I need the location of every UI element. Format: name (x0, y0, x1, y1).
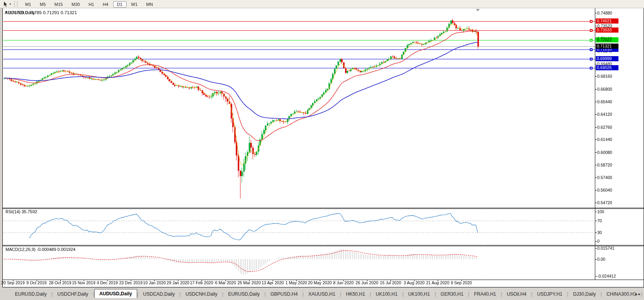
chart-canvas[interactable] (0, 0, 644, 300)
tab-scroll-right-icon[interactable]: ▸ (638, 292, 642, 296)
timeframe-buttons: M1M5M15M30H1H4D1W1MN (21, 0, 157, 7)
chart-tab-gbpusd-h4[interactable]: GBPUSD,H4 (266, 290, 302, 298)
chart-tab-usdcad-daily[interactable]: USDCAD,Daily (138, 290, 180, 298)
chart-tab-usdchf-daily[interactable]: USDCHF,Daily (53, 290, 93, 298)
chart-tab-usoil-h1[interactable]: USOil,H1 (642, 290, 644, 298)
chart-tab-fra40-h1[interactable]: FRA40,H1 (469, 290, 501, 298)
trading-app-window: ▾ M1M5M15M30H1H4D1W1MN ▼ AUDUSD,Daily 0.… (0, 0, 644, 300)
chart-tab-usdcnh-daily[interactable]: USDCNH,Daily (181, 290, 222, 298)
timeframe-button-m1[interactable]: M1 (21, 1, 35, 7)
timeframe-button-h4[interactable]: H4 (99, 1, 112, 7)
chart-tab-uk100-h1[interactable]: UK100,H1 (404, 290, 435, 298)
chart-tab-audusd-daily[interactable]: AUDUSD,Daily (94, 289, 137, 298)
chart-tab-usdjpy-h1[interactable]: USDJPY,H1 (532, 290, 567, 298)
dropdown-arrow-icon[interactable]: ▾ (9, 2, 11, 6)
chart-tab-dj30-daily[interactable]: DJ30,Daily (568, 290, 600, 298)
chart-tab-xauusd-h1[interactable]: XAUUSD,H1 (304, 290, 340, 298)
toolbar-grip-handle[interactable] (14, 1, 18, 7)
chart-tabs: EURUSD,Daily|USDCHF,Daily|AUDUSD,Daily|U… (10, 289, 644, 298)
chart-tab-eurusd-daily[interactable]: EURUSD,Daily (10, 290, 51, 298)
timeframe-button-m5[interactable]: M5 (36, 1, 50, 7)
timeframe-button-h1[interactable]: H1 (84, 1, 98, 7)
tab-scroll-left-icon[interactable]: ◂ (635, 292, 638, 296)
chart-tab-eurusd-daily[interactable]: EURUSD,Daily (223, 290, 264, 298)
chart-tab-ger30-h1[interactable]: GER30,H1 (436, 290, 468, 298)
tab-scroll-arrows[interactable]: ◂▸ (635, 292, 642, 296)
chart-tab-uk100-h1[interactable]: UK100,H1 (371, 290, 402, 298)
timeframe-button-mn[interactable]: MN (142, 1, 157, 7)
chart-tab-hk50-h1[interactable]: HK50,H1 (341, 290, 370, 298)
timeframe-button-m15[interactable]: M15 (51, 1, 67, 7)
timeframe-button-w1[interactable]: W1 (127, 1, 142, 7)
chart-tab-bar: EURUSD,Daily|USDCHF,Daily|AUDUSD,Daily|U… (0, 288, 644, 298)
cursor-tool-icon[interactable] (2, 1, 9, 7)
timeframe-button-d1[interactable]: D1 (113, 1, 127, 7)
timeframe-button-m30[interactable]: M30 (68, 1, 84, 7)
chart-tab-usoil-h4[interactable]: USOil,H4 (502, 290, 531, 298)
timeframe-toolbar: ▾ M1M5M15M30H1H4D1W1MN (0, 0, 644, 8)
